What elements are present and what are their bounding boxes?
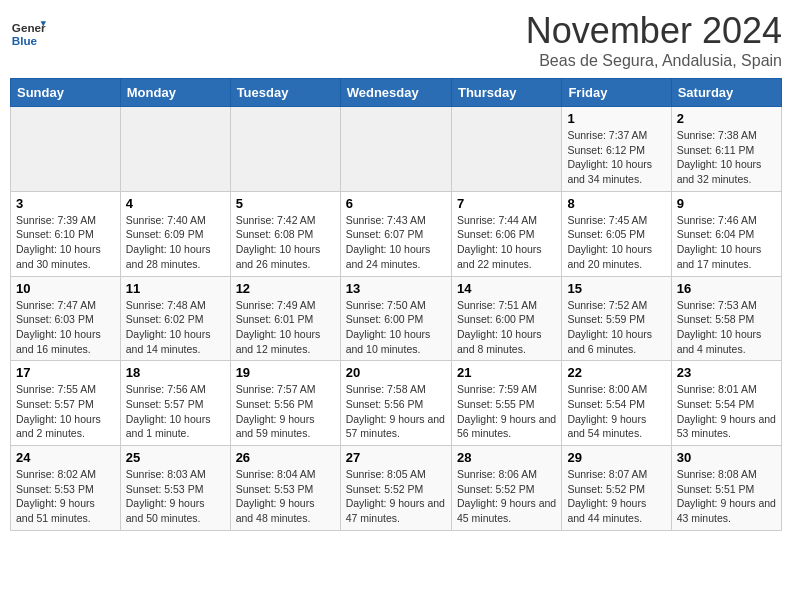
calendar-cell: 10Sunrise: 7:47 AMSunset: 6:03 PMDayligh… — [11, 276, 121, 361]
day-number: 3 — [16, 196, 115, 211]
calendar-cell: 14Sunrise: 7:51 AMSunset: 6:00 PMDayligh… — [451, 276, 561, 361]
day-number: 20 — [346, 365, 446, 380]
calendar-cell: 30Sunrise: 8:08 AMSunset: 5:51 PMDayligh… — [671, 446, 781, 531]
calendar-cell: 27Sunrise: 8:05 AMSunset: 5:52 PMDayligh… — [340, 446, 451, 531]
cell-details: Sunrise: 7:49 AMSunset: 6:01 PMDaylight:… — [236, 298, 335, 357]
day-number: 17 — [16, 365, 115, 380]
calendar-cell: 8Sunrise: 7:45 AMSunset: 6:05 PMDaylight… — [562, 191, 671, 276]
day-number: 29 — [567, 450, 665, 465]
cell-details: Sunrise: 8:04 AMSunset: 5:53 PMDaylight:… — [236, 467, 335, 526]
calendar-cell: 20Sunrise: 7:58 AMSunset: 5:56 PMDayligh… — [340, 361, 451, 446]
cell-details: Sunrise: 7:45 AMSunset: 6:05 PMDaylight:… — [567, 213, 665, 272]
cell-details: Sunrise: 7:42 AMSunset: 6:08 PMDaylight:… — [236, 213, 335, 272]
cell-details: Sunrise: 7:48 AMSunset: 6:02 PMDaylight:… — [126, 298, 225, 357]
day-number: 8 — [567, 196, 665, 211]
cell-details: Sunrise: 8:00 AMSunset: 5:54 PMDaylight:… — [567, 382, 665, 441]
day-number: 12 — [236, 281, 335, 296]
calendar-cell: 18Sunrise: 7:56 AMSunset: 5:57 PMDayligh… — [120, 361, 230, 446]
calendar-cell: 16Sunrise: 7:53 AMSunset: 5:58 PMDayligh… — [671, 276, 781, 361]
day-number: 4 — [126, 196, 225, 211]
calendar-cell: 29Sunrise: 8:07 AMSunset: 5:52 PMDayligh… — [562, 446, 671, 531]
cell-details: Sunrise: 7:38 AMSunset: 6:11 PMDaylight:… — [677, 128, 776, 187]
calendar-cell: 5Sunrise: 7:42 AMSunset: 6:08 PMDaylight… — [230, 191, 340, 276]
cell-details: Sunrise: 7:43 AMSunset: 6:07 PMDaylight:… — [346, 213, 446, 272]
calendar-cell: 19Sunrise: 7:57 AMSunset: 5:56 PMDayligh… — [230, 361, 340, 446]
cell-details: Sunrise: 7:58 AMSunset: 5:56 PMDaylight:… — [346, 382, 446, 441]
svg-text:Blue: Blue — [12, 34, 38, 47]
cell-details: Sunrise: 7:37 AMSunset: 6:12 PMDaylight:… — [567, 128, 665, 187]
calendar-cell: 28Sunrise: 8:06 AMSunset: 5:52 PMDayligh… — [451, 446, 561, 531]
cell-details: Sunrise: 8:05 AMSunset: 5:52 PMDaylight:… — [346, 467, 446, 526]
cell-details: Sunrise: 7:57 AMSunset: 5:56 PMDaylight:… — [236, 382, 335, 441]
day-number: 13 — [346, 281, 446, 296]
dow-header-tuesday: Tuesday — [230, 79, 340, 107]
calendar-cell — [230, 107, 340, 192]
day-number: 19 — [236, 365, 335, 380]
calendar-cell: 25Sunrise: 8:03 AMSunset: 5:53 PMDayligh… — [120, 446, 230, 531]
calendar-cell: 12Sunrise: 7:49 AMSunset: 6:01 PMDayligh… — [230, 276, 340, 361]
calendar-cell: 23Sunrise: 8:01 AMSunset: 5:54 PMDayligh… — [671, 361, 781, 446]
svg-text:General: General — [12, 21, 46, 34]
header: General Blue November 2024 Beas de Segur… — [10, 10, 782, 70]
day-number: 11 — [126, 281, 225, 296]
cell-details: Sunrise: 7:55 AMSunset: 5:57 PMDaylight:… — [16, 382, 115, 441]
day-number: 7 — [457, 196, 556, 211]
cell-details: Sunrise: 7:40 AMSunset: 6:09 PMDaylight:… — [126, 213, 225, 272]
day-number: 22 — [567, 365, 665, 380]
day-number: 1 — [567, 111, 665, 126]
day-number: 6 — [346, 196, 446, 211]
cell-details: Sunrise: 8:08 AMSunset: 5:51 PMDaylight:… — [677, 467, 776, 526]
week-row-3: 17Sunrise: 7:55 AMSunset: 5:57 PMDayligh… — [11, 361, 782, 446]
day-number: 24 — [16, 450, 115, 465]
week-row-2: 10Sunrise: 7:47 AMSunset: 6:03 PMDayligh… — [11, 276, 782, 361]
calendar-cell: 2Sunrise: 7:38 AMSunset: 6:11 PMDaylight… — [671, 107, 781, 192]
cell-details: Sunrise: 7:44 AMSunset: 6:06 PMDaylight:… — [457, 213, 556, 272]
dow-header-thursday: Thursday — [451, 79, 561, 107]
cell-details: Sunrise: 8:06 AMSunset: 5:52 PMDaylight:… — [457, 467, 556, 526]
location-title: Beas de Segura, Andalusia, Spain — [526, 52, 782, 70]
calendar: SundayMondayTuesdayWednesdayThursdayFrid… — [10, 78, 782, 531]
day-number: 18 — [126, 365, 225, 380]
day-number: 28 — [457, 450, 556, 465]
cell-details: Sunrise: 7:47 AMSunset: 6:03 PMDaylight:… — [16, 298, 115, 357]
day-number: 9 — [677, 196, 776, 211]
calendar-cell: 9Sunrise: 7:46 AMSunset: 6:04 PMDaylight… — [671, 191, 781, 276]
title-area: November 2024 Beas de Segura, Andalusia,… — [526, 10, 782, 70]
day-number: 25 — [126, 450, 225, 465]
calendar-cell: 4Sunrise: 7:40 AMSunset: 6:09 PMDaylight… — [120, 191, 230, 276]
week-row-4: 24Sunrise: 8:02 AMSunset: 5:53 PMDayligh… — [11, 446, 782, 531]
day-number: 14 — [457, 281, 556, 296]
cell-details: Sunrise: 8:02 AMSunset: 5:53 PMDaylight:… — [16, 467, 115, 526]
cell-details: Sunrise: 7:50 AMSunset: 6:00 PMDaylight:… — [346, 298, 446, 357]
calendar-cell: 1Sunrise: 7:37 AMSunset: 6:12 PMDaylight… — [562, 107, 671, 192]
cell-details: Sunrise: 7:46 AMSunset: 6:04 PMDaylight:… — [677, 213, 776, 272]
cell-details: Sunrise: 7:39 AMSunset: 6:10 PMDaylight:… — [16, 213, 115, 272]
month-title: November 2024 — [526, 10, 782, 52]
calendar-cell — [340, 107, 451, 192]
dow-header-sunday: Sunday — [11, 79, 121, 107]
cell-details: Sunrise: 7:51 AMSunset: 6:00 PMDaylight:… — [457, 298, 556, 357]
week-row-0: 1Sunrise: 7:37 AMSunset: 6:12 PMDaylight… — [11, 107, 782, 192]
dow-header-friday: Friday — [562, 79, 671, 107]
day-number: 16 — [677, 281, 776, 296]
cell-details: Sunrise: 7:52 AMSunset: 5:59 PMDaylight:… — [567, 298, 665, 357]
dow-header-wednesday: Wednesday — [340, 79, 451, 107]
calendar-cell — [11, 107, 121, 192]
day-number: 26 — [236, 450, 335, 465]
calendar-cell: 15Sunrise: 7:52 AMSunset: 5:59 PMDayligh… — [562, 276, 671, 361]
day-number: 10 — [16, 281, 115, 296]
calendar-cell: 11Sunrise: 7:48 AMSunset: 6:02 PMDayligh… — [120, 276, 230, 361]
calendar-cell: 13Sunrise: 7:50 AMSunset: 6:00 PMDayligh… — [340, 276, 451, 361]
calendar-cell: 17Sunrise: 7:55 AMSunset: 5:57 PMDayligh… — [11, 361, 121, 446]
day-number: 30 — [677, 450, 776, 465]
cell-details: Sunrise: 7:53 AMSunset: 5:58 PMDaylight:… — [677, 298, 776, 357]
day-number: 23 — [677, 365, 776, 380]
day-number: 21 — [457, 365, 556, 380]
logo: General Blue — [10, 10, 50, 50]
day-number: 5 — [236, 196, 335, 211]
calendar-cell — [451, 107, 561, 192]
dow-header-saturday: Saturday — [671, 79, 781, 107]
dow-header-monday: Monday — [120, 79, 230, 107]
cell-details: Sunrise: 8:01 AMSunset: 5:54 PMDaylight:… — [677, 382, 776, 441]
calendar-cell: 22Sunrise: 8:00 AMSunset: 5:54 PMDayligh… — [562, 361, 671, 446]
